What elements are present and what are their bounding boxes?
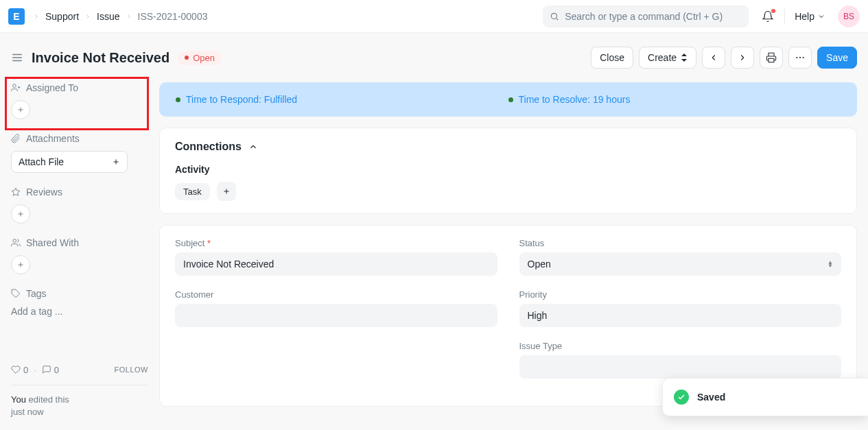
menu-icon — [11, 51, 23, 64]
more-horizontal-icon — [795, 52, 806, 63]
likes-count: 0 — [23, 365, 28, 375]
nav-right: Help BS — [761, 5, 860, 27]
svg-line-1 — [556, 18, 559, 20]
svg-rect-7 — [769, 58, 774, 62]
more-button[interactable] — [788, 47, 812, 69]
connections-title: Connections — [175, 141, 242, 153]
prev-button[interactable] — [702, 47, 725, 69]
form-sidebar: Assigned To Attachments Attach File Revi… — [11, 82, 148, 418]
customer-input[interactable] — [175, 304, 497, 327]
next-button[interactable] — [731, 47, 754, 69]
comment-icon — [42, 365, 51, 374]
connections-header[interactable]: Connections — [175, 141, 841, 153]
avatar-initials: BS — [843, 12, 854, 21]
svg-point-11 — [13, 84, 16, 88]
heart-icon — [11, 365, 21, 374]
add-assignee-button[interactable] — [11, 100, 30, 119]
add-review-button[interactable] — [11, 204, 30, 224]
follow-button[interactable]: FOLLOW — [115, 366, 148, 374]
svg-point-0 — [552, 13, 557, 19]
edit-who: You — [11, 394, 26, 405]
add-share-button[interactable] — [11, 255, 30, 274]
svg-marker-6 — [681, 59, 687, 62]
assigned-to-section: Assigned To — [11, 82, 148, 119]
print-button[interactable] — [760, 47, 783, 69]
subject-value: Invoice Not Received — [183, 259, 274, 270]
priority-label: Priority — [519, 289, 842, 300]
reviews-section: Reviews — [11, 187, 148, 224]
tags-label: Tags — [11, 288, 148, 299]
app-logo[interactable]: E — [8, 8, 25, 25]
priority-select[interactable]: High — [519, 304, 842, 327]
chevron-right-icon — [33, 13, 40, 20]
attachments-section: Attachments Attach File — [11, 133, 148, 173]
shared-with-label: Shared With — [11, 237, 148, 248]
tags-text: Tags — [26, 288, 47, 299]
plus-icon — [16, 210, 25, 218]
save-label: Save — [826, 52, 848, 63]
status-select[interactable]: Open ▲▼ — [519, 252, 842, 276]
priority-value: High — [528, 310, 548, 321]
toast-message: Saved — [697, 392, 725, 403]
sla-respond-text: Time to Respond: Fulfilled — [186, 94, 297, 105]
status-field-label: Status — [519, 238, 842, 248]
select-arrows-icon: ▲▼ — [828, 261, 833, 267]
edit-log: You edited this just now — [11, 394, 148, 418]
breadcrumb-current[interactable]: ISS-2021-00003 — [138, 11, 208, 22]
user-avatar[interactable]: BS — [838, 5, 860, 27]
chevron-right-icon — [738, 53, 747, 62]
status-dot-green — [176, 97, 180, 102]
global-search[interactable]: Search or type a command (Ctrl + G) — [543, 5, 749, 27]
customer-field: Customer — [175, 289, 497, 327]
subject-label: Subject * — [175, 238, 497, 248]
subject-field: Subject * Invoice Not Received — [175, 238, 497, 276]
svg-point-9 — [799, 57, 801, 58]
status-dot-green — [508, 97, 513, 102]
subject-input[interactable]: Invoice Not Received — [175, 252, 497, 276]
save-button[interactable]: Save — [817, 47, 857, 69]
svg-marker-18 — [12, 188, 20, 195]
create-button[interactable]: Create — [639, 47, 696, 69]
chevron-left-icon — [709, 53, 718, 62]
top-navbar: E Support Issue ISS-2021-00003 Search or… — [0, 0, 868, 33]
help-menu[interactable]: Help — [795, 11, 825, 22]
plus-icon — [16, 261, 25, 269]
star-icon — [11, 187, 21, 197]
add-tag-input[interactable]: Add a tag ... — [11, 306, 148, 317]
status-dot — [185, 56, 189, 60]
attach-file-label: Attach File — [19, 156, 64, 167]
notifications-button[interactable] — [761, 10, 775, 23]
app-logo-letter: E — [13, 11, 19, 22]
sla-bar: Time to Respond: Fulfilled Time to Resol… — [159, 82, 857, 117]
svg-marker-5 — [681, 53, 687, 56]
assigned-to-label: Assigned To — [11, 82, 148, 93]
issue-type-label: Issue Type — [519, 341, 842, 351]
attach-file-button[interactable]: Attach File — [11, 151, 128, 173]
plus-icon — [16, 106, 25, 114]
edit-when: just now — [11, 407, 44, 417]
chevron-right-icon — [126, 13, 132, 20]
status-badge: Open — [178, 51, 222, 65]
plus-icon — [112, 158, 120, 166]
search-icon — [550, 12, 559, 21]
comments[interactable]: 0 — [42, 365, 59, 375]
task-pill[interactable]: Task — [175, 183, 210, 200]
tag-icon — [11, 289, 21, 298]
breadcrumb-issue[interactable]: Issue — [97, 11, 119, 22]
engagement-row: 0 · 0 FOLLOW — [11, 365, 148, 385]
svg-point-21 — [13, 239, 16, 243]
breadcrumb-support[interactable]: Support — [45, 11, 79, 22]
svg-point-10 — [803, 57, 804, 58]
likes[interactable]: 0 — [11, 365, 28, 375]
reviews-text: Reviews — [26, 187, 62, 198]
status-value: Open — [528, 259, 551, 270]
add-connection-button[interactable] — [217, 182, 236, 201]
sidebar-toggle[interactable] — [11, 51, 23, 64]
status-text: Open — [193, 53, 215, 63]
issue-type-input[interactable] — [519, 355, 842, 379]
shared-with-text: Shared With — [26, 237, 79, 248]
sla-respond: Time to Respond: Fulfilled — [176, 94, 508, 105]
customer-label: Customer — [175, 289, 497, 300]
close-button[interactable]: Close — [591, 47, 633, 69]
separator-dot: · — [34, 365, 36, 375]
